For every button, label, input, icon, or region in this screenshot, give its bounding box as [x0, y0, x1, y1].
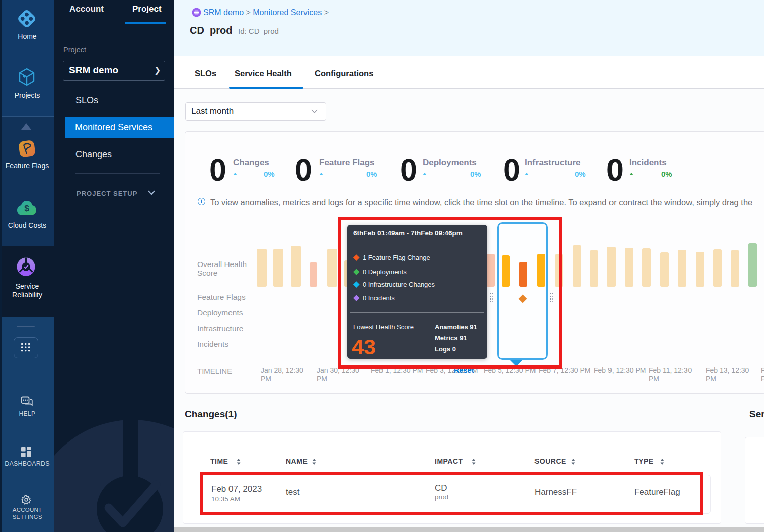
svg-text:$: $: [24, 204, 29, 213]
